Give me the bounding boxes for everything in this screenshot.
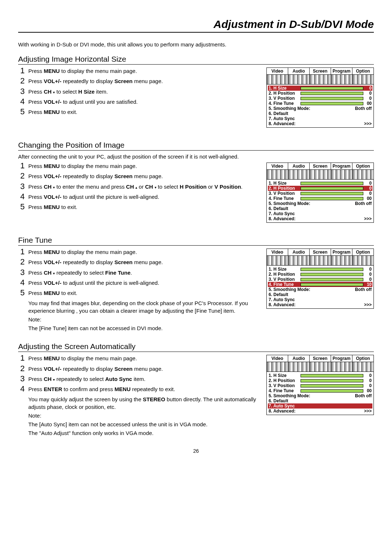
step-item: Press MENU to display the menu main page… <box>18 163 259 170</box>
osd-slider <box>301 92 363 95</box>
osd-value: 00 <box>364 388 372 393</box>
osd-value: 0 <box>364 86 372 91</box>
note-text: The [Fine Tune] item can not be accessed… <box>28 325 259 332</box>
osd-thumb <box>331 75 352 84</box>
osd-tab: Screen <box>310 355 331 362</box>
osd-slider <box>301 192 363 195</box>
osd-thumbs <box>267 75 373 85</box>
osd-tab: Audio <box>288 249 310 255</box>
osd-tab: Screen <box>310 249 331 255</box>
step-text: Press VOL+/- to adjust until you are sat… <box>28 98 259 106</box>
osd-thumb <box>267 256 288 265</box>
step-text: Press VOL+/- repeatedly to display Scree… <box>28 259 259 266</box>
osd-row: 6. Default <box>268 398 372 403</box>
osd-right: Both off <box>355 393 372 398</box>
section: Fine Tune Press MENU to display the menu… <box>18 236 374 332</box>
osd-thumbs <box>267 170 373 180</box>
steps-list: Press MENU to display the menu main page… <box>18 249 259 297</box>
osd-slider <box>301 187 363 190</box>
section-title: Changing the Position of Image <box>18 141 374 151</box>
osd-thumb <box>331 256 352 265</box>
osd-value: 00 <box>364 101 372 106</box>
osd-row: 4. Fine Tune 00 <box>268 196 372 201</box>
step-text: Press CH ▾ repeatedly to select Auto Syn… <box>28 376 259 383</box>
osd-panel: VideoAudioScreenProgramOption 1. H Size … <box>266 67 374 128</box>
step-item: Press VOL+/- repeatedly to display Scree… <box>18 259 259 266</box>
osd-row: 2. H Position 0 <box>268 91 372 96</box>
osd-thumb <box>288 256 310 265</box>
osd-label: 4. Fine Tune <box>268 196 301 201</box>
osd-body: 1. H Size 0 2. H Position 0 3. V Positio… <box>267 372 373 415</box>
osd-column: VideoAudioScreenProgramOption 1. H Size … <box>266 355 374 418</box>
osd-row: 1. H Size 0 <box>268 373 372 378</box>
osd-panel: VideoAudioScreenProgramOption 1. H Size … <box>266 249 374 309</box>
osd-label: 2. H Position <box>268 91 301 96</box>
osd-thumb <box>267 170 288 179</box>
osd-tab: Program <box>331 355 352 362</box>
osd-value: 10 <box>364 282 372 287</box>
step-item: Press VOL+/- to adjust until you are sat… <box>18 98 259 106</box>
osd-column: VideoAudioScreenProgramOption 1. H Size … <box>266 163 374 226</box>
step-text: Press MENU to exit. <box>28 290 259 297</box>
intro-text: With working in D-Sub or DVI mode, this … <box>18 41 374 48</box>
steps-column: Press MENU to display the menu main page… <box>18 67 259 119</box>
osd-thumbs <box>267 362 373 372</box>
osd-right: >>> <box>364 121 372 126</box>
osd-label: 2. H Position <box>268 378 301 383</box>
note-text: Note: <box>28 316 259 323</box>
osd-right: Both off <box>355 106 372 111</box>
osd-tab: Audio <box>288 355 310 362</box>
note-text: The [Auto Sync] item can not be accessed… <box>28 421 259 428</box>
osd-tab: Option <box>352 68 373 74</box>
osd-label: 5. Smoothing Mode: <box>269 106 310 111</box>
osd-slider <box>301 379 363 382</box>
osd-tabs: VideoAudioScreenProgramOption <box>267 355 373 362</box>
osd-row: 3. V Position 0 <box>268 96 372 101</box>
step-item: Press MENU to display the menu main page… <box>18 249 259 256</box>
osd-row: 4. Fine Tune 10 <box>268 282 372 287</box>
osd-row: 6. Default <box>268 206 372 211</box>
step-item: Press VOL+/- repeatedly to display Scree… <box>18 78 259 85</box>
osd-right: >>> <box>364 216 372 221</box>
page-title: Adjustment in D-Sub/DVI Mode <box>18 18 374 33</box>
osd-row: 8. Advanced:>>> <box>268 216 372 221</box>
step-item: Press ENTER to confirm and press MENU re… <box>18 386 259 393</box>
osd-label: 6. Default <box>269 111 288 116</box>
osd-slider <box>301 87 363 90</box>
osd-label: 7. Auto Sync <box>269 403 295 409</box>
osd-label: 3. V Position <box>268 96 301 101</box>
step-item: Press VOL+/- to adjust until the picture… <box>18 279 259 287</box>
step-text: Press VOL+/- to adjust until the picture… <box>28 193 259 201</box>
step-text: Press MENU to display the menu main page… <box>28 163 259 170</box>
osd-label: 5. Smoothing Mode: <box>269 393 310 398</box>
osd-row: 3. V Position 0 <box>268 383 372 388</box>
osd-tab: Option <box>352 249 373 255</box>
step-text: Press CH ▾ repeatedly to select Fine Tun… <box>28 269 259 276</box>
step-item: Press MENU to exit. <box>18 108 259 116</box>
osd-row: 8. Advanced:>>> <box>268 302 372 307</box>
osd-label: 7. Auto Sync <box>269 297 295 302</box>
step-item: Press MENU to display the menu main page… <box>18 355 259 362</box>
osd-value: 0 <box>364 91 372 96</box>
osd-tab: Video <box>267 163 288 169</box>
osd-slider <box>301 102 363 105</box>
section: Adjusting Image Horizontal Size Press ME… <box>18 55 374 131</box>
osd-label: 7. Auto Sync <box>269 116 295 121</box>
step-text: Press MENU to display the menu main page… <box>28 249 259 256</box>
osd-column: VideoAudioScreenProgramOption 1. H Size … <box>266 67 374 131</box>
step-item: Press CH ▾ to enter the menu and press C… <box>18 183 259 190</box>
osd-tab: Option <box>352 163 373 169</box>
osd-label: 8. Advanced: <box>269 121 295 126</box>
steps-list: Press MENU to display the menu main page… <box>18 163 259 211</box>
step-text: Press ENTER to confirm and press MENU re… <box>28 386 259 393</box>
osd-tab: Program <box>331 68 352 74</box>
step-item: Press VOL+/- to adjust until the picture… <box>18 193 259 201</box>
osd-column: VideoAudioScreenProgramOption 1. H Size … <box>266 249 374 312</box>
osd-row: 5. Smoothing Mode:Both off <box>268 287 372 292</box>
osd-thumb <box>310 256 331 265</box>
osd-tabs: VideoAudioScreenProgramOption <box>267 163 373 170</box>
osd-row: 1. H Size 0 <box>268 86 372 91</box>
section: Adjusting the Screen Automatically Press… <box>18 342 374 437</box>
section-title: Adjusting the Screen Automatically <box>18 342 374 352</box>
step-text: Press VOL+/- repeatedly to display Scree… <box>28 365 259 373</box>
